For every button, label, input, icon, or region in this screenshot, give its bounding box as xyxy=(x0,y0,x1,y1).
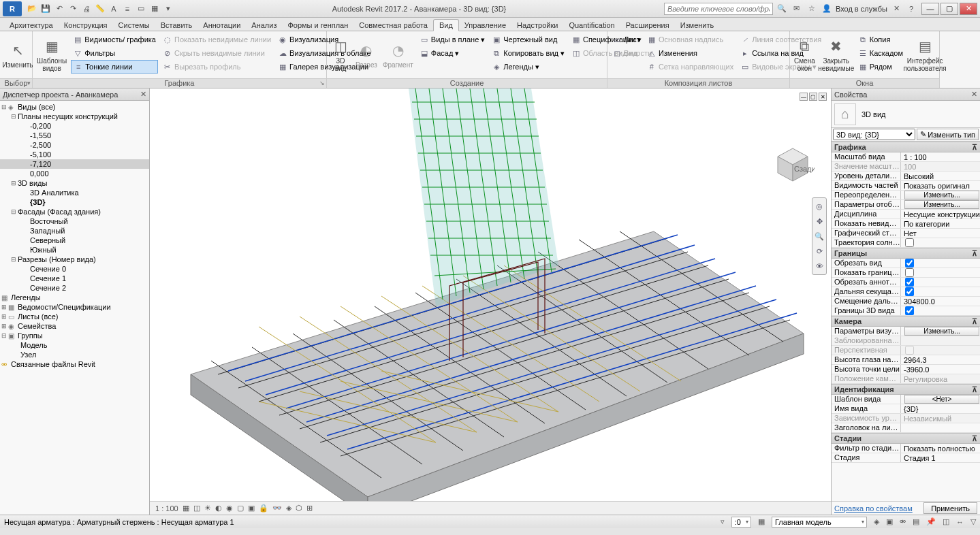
elevation-button[interactable]: ⬓Фасад ▾ xyxy=(417,46,487,60)
shadows-icon[interactable]: ◐ xyxy=(215,504,222,513)
thin-lines-button[interactable]: ≡Тонкие линии xyxy=(71,60,158,74)
select-underlay-icon[interactable]: ▤ xyxy=(913,517,919,526)
tree-families[interactable]: ⊞◉Семейства xyxy=(0,321,149,331)
login-label[interactable]: Вход в службы xyxy=(836,5,887,13)
legends-button[interactable]: ◈Легенды ▾ xyxy=(490,60,567,74)
tree-section[interactable]: Сечение 0 xyxy=(0,264,149,274)
drafting-view-button[interactable]: ▣Чертежный вид xyxy=(490,33,567,46)
sun-path-icon[interactable]: ☀ xyxy=(204,504,211,513)
tab-modify[interactable]: Изменить xyxy=(675,20,720,31)
worksets-icon[interactable]: ▦ xyxy=(758,517,765,526)
filter-icon[interactable]: ▿ xyxy=(721,517,725,526)
design-options-icon[interactable]: ◈ xyxy=(874,517,879,526)
tab-massing[interactable]: Формы и генплан xyxy=(282,20,353,31)
tree-structural-plans[interactable]: ⊟Планы несущих конструкций xyxy=(0,112,149,121)
tree-analytical[interactable]: 3D Аналитика xyxy=(0,188,149,197)
far-check[interactable] xyxy=(905,287,914,296)
cut-profile-button[interactable]: ✂Вырезать профиль xyxy=(161,60,273,74)
app-menu-button[interactable]: R xyxy=(3,1,22,16)
panel-expand-icon[interactable]: ↘ xyxy=(319,80,325,86)
select-face-icon[interactable]: ◫ xyxy=(943,517,949,526)
tree-elevations[interactable]: ⊟Фасады (Фасад здания) xyxy=(0,207,149,216)
drag-icon[interactable]: ↔ xyxy=(956,518,964,526)
project-tree[interactable]: ⊟◈Виды (все) ⊟Планы несущих конструкций … xyxy=(0,101,149,515)
filter-selection-icon[interactable]: ▽ xyxy=(970,517,976,526)
tab-manage[interactable]: Управление xyxy=(459,20,511,31)
crop-region-icon[interactable]: ▣ xyxy=(248,504,255,513)
workset-selector[interactable]: Главная модель xyxy=(772,517,867,528)
3d-view-button[interactable]: ◫ 3D вид xyxy=(330,33,351,76)
favorite-icon[interactable]: ☆ xyxy=(806,3,818,15)
section-button[interactable]: ◐ Разрез xyxy=(354,33,379,76)
text-icon[interactable]: A xyxy=(108,3,120,15)
tree-schedules[interactable]: ⊞▦Ведомости/Спецификации xyxy=(0,302,149,312)
tree-east[interactable]: Восточный xyxy=(0,216,149,226)
tree-level[interactable]: -0,200 xyxy=(0,121,149,131)
tab-view[interactable]: Вид xyxy=(433,19,459,31)
tree-groups[interactable]: ⊟▣Группы xyxy=(0,331,149,340)
open-icon[interactable]: 📂 xyxy=(26,3,38,15)
tree-level[interactable]: -1,550 xyxy=(0,131,149,140)
apply-button[interactable]: Применить xyxy=(923,502,977,514)
switch-windows-button[interactable]: ⧉ Смена окон xyxy=(793,33,817,76)
tab-extensions[interactable]: Расширения xyxy=(620,20,675,31)
select-pinned-icon[interactable]: 📌 xyxy=(926,517,936,526)
tree-west[interactable]: Западный xyxy=(0,226,149,236)
vg-edit-button[interactable]: Изменить... xyxy=(904,191,979,199)
tree-north[interactable]: Северный xyxy=(0,236,149,245)
place-view-button[interactable]: ▢Вид xyxy=(610,46,642,60)
help-icon[interactable]: ? xyxy=(905,3,917,15)
comm-icon[interactable]: ✉ xyxy=(791,3,803,15)
redo-icon[interactable]: ↷ xyxy=(67,3,79,15)
properties-grid[interactable]: Графика⊼ Масштаб вида1 : 100 Значение ма… xyxy=(832,142,980,501)
crop-icon[interactable]: ▢ xyxy=(237,504,244,513)
measure-icon[interactable]: 📏 xyxy=(94,3,106,15)
close-views-icon[interactable]: ▭ xyxy=(135,3,147,15)
search-icon[interactable]: 🔍 xyxy=(776,3,788,15)
sheet-button[interactable]: ▭Лист xyxy=(610,33,642,46)
tree-level[interactable]: -2,500 xyxy=(0,140,149,150)
visual-style-icon[interactable]: ◫ xyxy=(193,504,200,513)
render-dialog-icon[interactable]: ◉ xyxy=(226,504,233,513)
user-interface-button[interactable]: ▤ Интерфейс пользователя xyxy=(908,33,942,76)
pan-icon[interactable]: ✥ xyxy=(814,216,825,227)
tree-section[interactable]: Сечение 2 xyxy=(0,283,149,293)
crop-vis-check[interactable] xyxy=(905,268,914,277)
tab-structure[interactable]: Конструкция xyxy=(59,20,113,31)
qat-dropdown-icon[interactable]: ▾ xyxy=(162,3,174,15)
close-button[interactable]: ✕ xyxy=(960,3,977,15)
minimize-button[interactable]: — xyxy=(921,3,939,15)
select-links-icon[interactable]: ⚮ xyxy=(900,517,906,526)
show-hidden-button[interactable]: ◌Показать невидимые линии xyxy=(161,33,273,46)
tree-views[interactable]: ⊟◈Виды (все) xyxy=(0,102,149,112)
view-templates-button[interactable]: ▦ Шаблоны видов xyxy=(35,33,68,76)
close-icon[interactable]: ✕ xyxy=(971,90,977,99)
ann-crop-check[interactable] xyxy=(905,278,914,287)
zoom-icon[interactable]: 🔍 xyxy=(814,231,825,242)
maximize-button[interactable]: ▢ xyxy=(941,3,958,15)
reveal-icon[interactable]: ◈ xyxy=(286,504,291,513)
tab-architecture[interactable]: Архитектура xyxy=(4,20,59,31)
title-block-button[interactable]: ▦Основная надпись xyxy=(645,33,736,46)
tree-level[interactable]: 0,000 xyxy=(0,169,149,178)
template-button[interactable]: <Нет> xyxy=(904,395,979,404)
disp-edit-button[interactable]: Изменить... xyxy=(904,200,979,209)
element-selector[interactable]: 3D вид: {3D} xyxy=(833,129,915,140)
hide-hidden-button[interactable]: ⊘Скрыть невидимые линии xyxy=(161,46,273,60)
tree-model-groups[interactable]: Модель xyxy=(0,340,149,350)
replicate-button[interactable]: ⧉Копия xyxy=(856,33,905,46)
print-icon[interactable]: 🖨 xyxy=(80,3,93,15)
tab-insert[interactable]: Вставить xyxy=(155,20,198,31)
detail-level-icon[interactable]: ▦ xyxy=(183,504,189,513)
steering-wheel-icon[interactable]: ◎ xyxy=(814,201,825,212)
tree-sheets[interactable]: ⊞▭Листы (все) xyxy=(0,312,149,321)
close-icon[interactable]: ✕ xyxy=(140,90,146,99)
analytical-icon[interactable]: ⬡ xyxy=(296,504,302,513)
tree-legends[interactable]: ▦Легенды xyxy=(0,293,149,302)
tab-collaborate[interactable]: Совместная работа xyxy=(353,20,433,31)
3d-viewport[interactable]: — ▢ ✕ xyxy=(150,88,832,515)
user-icon[interactable]: 👤 xyxy=(821,3,833,15)
close-hidden-button[interactable]: ✖ Закрыть невидимые xyxy=(819,33,853,76)
render-edit-button[interactable]: Изменить... xyxy=(904,327,979,336)
tab-addins[interactable]: Надстройки xyxy=(511,20,563,31)
